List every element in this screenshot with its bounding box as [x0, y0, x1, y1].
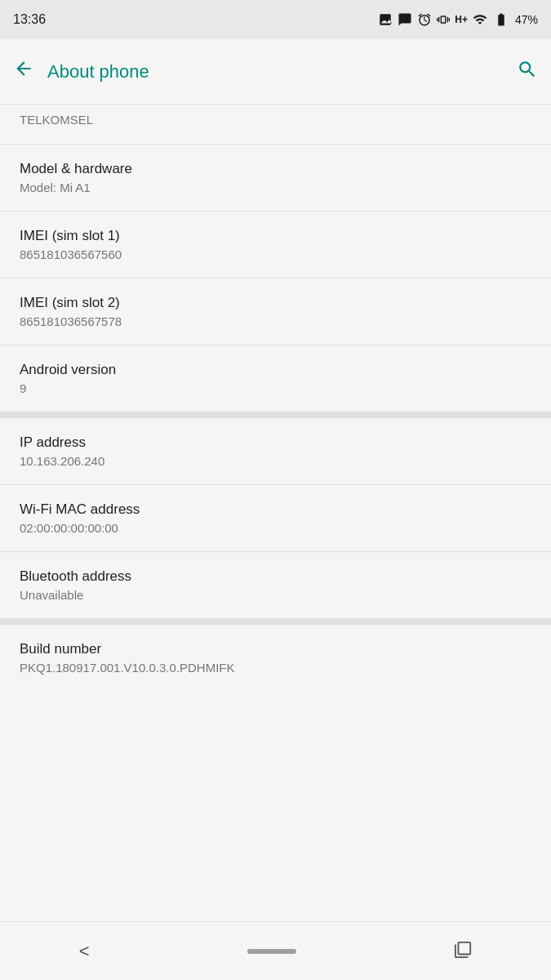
list-item[interactable]: Wi-Fi MAC address 02:00:00:00:00:00: [0, 485, 551, 551]
nav-recents-button[interactable]: [454, 941, 472, 962]
navigation-bar: <: [0, 921, 551, 980]
app-bar: About phone: [0, 39, 551, 105]
item-title-bluetooth: Bluetooth address: [20, 568, 531, 585]
item-title-wifi: Wi-Fi MAC address: [20, 501, 531, 518]
section-divider-1: [0, 412, 551, 418]
item-subtitle-android: 9: [20, 381, 531, 395]
item-subtitle-ip: 10.163.206.240: [20, 454, 531, 468]
list-item[interactable]: IMEI (sim slot 1) 865181036567560: [0, 212, 551, 278]
item-title-ip: IP address: [20, 434, 531, 451]
item-title-android: Android version: [20, 362, 531, 378]
status-bar: 13:36 H+ 47%: [0, 0, 551, 39]
status-time: 13:36: [13, 12, 46, 27]
search-button[interactable]: [517, 59, 538, 85]
item-subtitle-wifi: 02:00:00:00:00:00: [20, 521, 531, 535]
image-status-icon: [378, 12, 393, 27]
item-title-model: Model & hardware: [20, 161, 531, 177]
list-item[interactable]: Build number PKQ1.180917.001.V10.0.3.0.P…: [0, 625, 551, 691]
vibrate-status-icon: [437, 12, 450, 27]
item-title-imei2: IMEI (sim slot 2): [20, 295, 531, 311]
item-title-build: Build number: [20, 641, 531, 657]
list-item[interactable]: Model & hardware Model: Mi A1: [0, 145, 551, 211]
hplus-status-icon: H+: [455, 14, 468, 25]
partial-network-item: TELKOMSEL: [0, 105, 551, 144]
section-divider-2: [0, 618, 551, 625]
list-item[interactable]: Android version 9: [0, 345, 551, 412]
list-item[interactable]: Bluetooth address Unavailable: [0, 552, 551, 618]
page-title: About phone: [47, 61, 149, 82]
back-button[interactable]: [13, 58, 34, 85]
battery-status-icon: [492, 12, 510, 27]
alarm-status-icon: [417, 12, 432, 27]
signal-status-icon: [473, 12, 487, 27]
list-item[interactable]: IP address 10.163.206.240: [0, 418, 551, 484]
nav-home-indicator[interactable]: [247, 949, 296, 954]
content-area: TELKOMSEL Model & hardware Model: Mi A1 …: [0, 105, 551, 921]
list-item[interactable]: IMEI (sim slot 2) 865181036567578: [0, 278, 551, 345]
item-subtitle-imei1: 865181036567560: [20, 247, 531, 261]
battery-percent-label: 47%: [515, 13, 538, 26]
status-icons: H+ 47%: [378, 12, 538, 27]
item-subtitle-build: PKQ1.180917.001.V10.0.3.0.PDHMIFK: [20, 661, 531, 675]
item-title-imei1: IMEI (sim slot 1): [20, 228, 531, 244]
item-subtitle-bluetooth: Unavailable: [20, 588, 531, 602]
app-bar-left: About phone: [13, 58, 149, 85]
nav-back-button[interactable]: <: [79, 941, 90, 962]
item-subtitle-model: Model: Mi A1: [20, 180, 531, 194]
item-subtitle-imei2: 865181036567578: [20, 314, 531, 328]
chat-status-icon: [398, 12, 412, 27]
partial-network-subtitle: TELKOMSEL: [20, 113, 93, 127]
